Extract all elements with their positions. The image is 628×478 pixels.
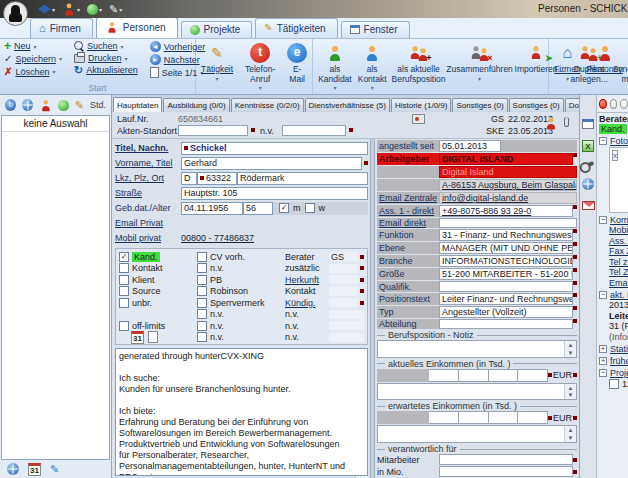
geburtsdatum-field[interactable]: 04.11.1956 [181,202,243,215]
calendar-icon[interactable]: 31 [131,331,144,344]
tab-firmen[interactable]: ⌂Firmen [30,18,93,38]
firmenadresse-field[interactable]: A-86153 Augsburg, Beim Glaspalast 1 [439,179,577,191]
berater-field[interactable]: GS [329,252,358,261]
tab-historie[interactable]: Historie (1/0/9) [391,98,451,112]
ass1-direkt-value[interactable]: +49-8075-886 93 29-0 [442,206,531,216]
female-checkbox[interactable] [305,203,315,213]
email-button[interactable]: eE-Mail [285,41,309,85]
person-icon[interactable] [41,99,51,110]
off-limits-checkbox[interactable] [119,321,129,331]
scrollbar[interactable]: ▲▼ [564,426,576,442]
email-direkt-label[interactable]: Email direkt [377,218,439,228]
nv-field[interactable] [329,333,364,342]
qat-project-button[interactable]: ▾ [87,4,102,15]
std-label[interactable]: Std. [90,100,106,110]
scroll-up-icon[interactable]: ▲ [568,427,574,433]
status-circle-red[interactable] [599,99,607,109]
result-list[interactable]: keine Auswahl [1,115,110,460]
tab-sonstiges-1[interactable]: Sonstiges (0) [452,98,507,112]
einkommen-cell[interactable] [459,411,489,424]
herkunft-label[interactable]: Herkunft [285,275,327,285]
projekt-checkbox[interactable] [609,379,619,389]
komm-row[interactable]: Email [599,278,628,289]
lkz-field[interactable]: D [181,172,197,185]
source-checkbox[interactable] [119,286,129,296]
nv-checkbox[interactable] [197,332,207,342]
section-akt-dienstverhaeltnis[interactable]: −akt. Di [599,290,628,300]
globe-icon[interactable] [7,463,19,475]
herkunft-field[interactable] [329,275,358,284]
notes-textarea[interactable]: generated through hunterCVX-XING Ich suc… [115,348,368,476]
einkommen-cell[interactable] [489,369,519,382]
vorname-field[interactable]: Gerhard [181,157,362,170]
foto-box[interactable]: x [609,147,628,213]
projekt-row[interactable]: 12 [599,378,628,389]
collapse-icon[interactable]: − [599,291,607,299]
klient-checkbox[interactable] [119,275,129,285]
angestellt-seit-field[interactable]: 05.01.2013 [439,140,501,152]
photo-icon[interactable] [412,114,425,124]
aktuelles-einkommen-notiz[interactable]: ▲▼ [377,383,577,401]
einkommen-cell[interactable] [518,369,548,382]
collapse-icon[interactable]: − [599,137,607,145]
person-status-icon[interactable] [545,118,556,130]
tab-dienstverhaeltnisse[interactable]: Dienstverhältnisse (5) [305,98,390,112]
tab-personen[interactable]: Personen [96,17,178,38]
scroll-down-icon[interactable]: ▼ [568,392,574,398]
ass1-direkt-label[interactable]: Ass. 1 - direkt [377,205,439,217]
akten-standort-value[interactable]: n.v. [260,126,274,136]
app-logo-icon[interactable] [3,1,28,26]
kand-checkbox[interactable] [119,252,129,262]
pencil-icon[interactable]: ✎ [75,98,84,112]
strasse-field[interactable]: Hauptstr. 105 [181,187,368,200]
scroll-up-icon[interactable]: ▲ [568,385,574,391]
kontakt2-field[interactable] [329,287,358,296]
email-zentrale-field[interactable]: info@digital-island.de [439,192,577,204]
funktion-field[interactable]: 31 - Finanz- und Rechnungswesen - Gesamt… [439,229,573,241]
neu-button[interactable]: +Neu▾ [3,41,63,51]
komm-row[interactable]: Ass. 1 [599,236,628,247]
scroll-down-icon[interactable]: ▼ [568,435,574,441]
section-fruehere[interactable]: +früher [599,356,628,366]
ass1-direkt-field[interactable]: +49-8075-886 93 29-0 [439,205,573,217]
qualifik-field[interactable] [439,281,573,291]
als-kandidat-button[interactable]: als Kandidat▾ [316,41,354,95]
section-projekte[interactable]: −Proje [599,368,628,378]
groesse-field[interactable]: 51-200 MITARBEITER - 51-200 Mitarbeiter [439,268,573,280]
tab-hauptdaten[interactable]: Hauptdaten [113,97,162,112]
unbr-checkbox[interactable] [119,298,129,308]
globe-icon[interactable] [582,178,594,190]
card-icon[interactable] [582,119,594,129]
alter-field[interactable]: 56 [243,202,273,215]
qat-hat-button[interactable]: ▾ [38,5,55,14]
berufsposition-notiz-textarea[interactable]: ▲▼ [377,340,577,358]
einkommen-cell[interactable] [459,369,489,382]
status-circle[interactable] [610,99,618,109]
tab-sonstiges-2[interactable]: Sonstiges (0) [509,98,564,112]
cv-vorh-checkbox[interactable] [197,252,207,262]
zusammenfuehren-button[interactable]: ×Zusammenführen▾ [449,41,511,85]
paperclip-icon[interactable] [564,117,569,127]
expand-icon[interactable]: + [599,345,607,353]
edit-icon[interactable]: ✎ [50,462,59,476]
sperrvermerk-checkbox[interactable] [197,298,207,308]
komm-row[interactable]: Tel Ze [599,267,628,278]
titel-field[interactable]: Schickel [181,142,368,155]
key-icon[interactable] [582,161,595,169]
collapse-icon[interactable]: − [599,216,607,224]
excel-icon[interactable]: X [582,140,594,152]
loeschen-button[interactable]: ✗Löschen▾ [3,66,63,77]
nv-field[interactable] [329,321,364,330]
section-kommunikation[interactable]: −Kommu [599,215,628,225]
erwartetes-einkommen-notiz[interactable]: ▲▼ [377,425,577,443]
nv-checkbox[interactable] [197,321,207,331]
suchen-button[interactable]: Suchen▾ [73,41,139,51]
in-mio-field[interactable] [439,466,573,477]
project-ball-icon[interactable] [58,100,68,111]
qat-activity-button[interactable]: ✎▾ [109,2,122,16]
akten-standort-combo[interactable] [282,125,346,136]
refresh-icon[interactable]: ↻ [5,99,16,111]
mitarbeiter-field[interactable] [439,454,573,465]
robinson-checkbox[interactable] [197,286,207,296]
nv-field[interactable] [329,310,364,319]
